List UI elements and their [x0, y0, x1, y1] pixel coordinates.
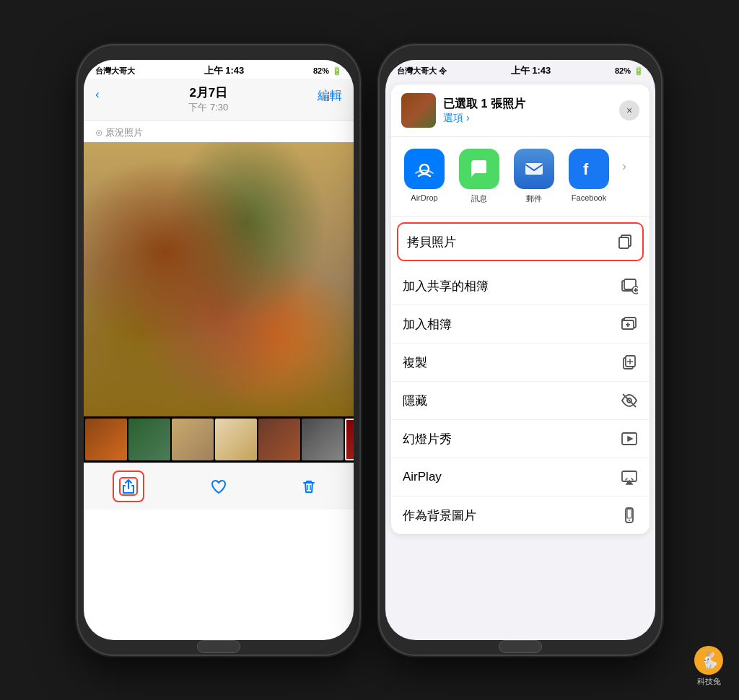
- messages-label: 訊息: [471, 193, 487, 204]
- action-wallpaper[interactable]: 作為背景圖片: [391, 496, 650, 534]
- add-album-icon: [621, 315, 638, 333]
- battery-pct-1: 82%: [313, 66, 329, 75]
- photo-time: 下午 7:30: [188, 101, 228, 114]
- slideshow-label: 幻燈片秀: [403, 431, 452, 447]
- phone-2: 台灣大哥大 令 上午 1:43 82% 🔋 已選取 1 張照片 選項 ›: [380, 45, 661, 655]
- action-shared-album[interactable]: 加入共享的相簿: [391, 267, 650, 305]
- thumb-3[interactable]: [172, 419, 214, 460]
- copy-photo-icon: [616, 233, 634, 250]
- time-1: 上午 1:43: [204, 64, 245, 77]
- thumb-6[interactable]: [302, 419, 344, 460]
- share-sheet: 已選取 1 張照片 選項 › ×: [391, 84, 650, 534]
- shared-album-label: 加入共享的相簿: [403, 278, 489, 294]
- action-hide[interactable]: 隱藏: [391, 382, 650, 420]
- svg-line-25: [623, 394, 636, 407]
- share-info: 已選取 1 張照片 選項 ›: [443, 97, 525, 125]
- scene: 台灣大哥大 上午 1:43 82% 🔋 ‹ 2月7日 下午 7:30 編輯 ⊙ …: [0, 0, 739, 700]
- share-close-button[interactable]: ×: [619, 100, 639, 121]
- shared-album-icon: [621, 277, 638, 294]
- share-app-mail[interactable]: 郵件: [512, 149, 556, 204]
- airplay-label: AirPlay: [403, 470, 442, 484]
- airdrop-label: AirDrop: [411, 193, 437, 202]
- battery-icon-2: 🔋: [634, 66, 644, 76]
- svg-text:f: f: [583, 160, 589, 178]
- airplay-icon: [621, 468, 638, 486]
- mail-icon: [514, 149, 554, 189]
- like-button[interactable]: [203, 471, 235, 502]
- svg-point-3: [420, 165, 429, 173]
- food-photo-sim: [84, 142, 354, 416]
- svg-marker-27: [628, 437, 632, 441]
- home-indicator-2: [499, 640, 542, 653]
- thumb-2[interactable]: [128, 419, 170, 460]
- action-copy-photo[interactable]: 拷貝照片: [397, 222, 644, 261]
- hide-label: 隱藏: [403, 393, 427, 409]
- share-apps-row: AirDrop 訊息: [391, 137, 650, 216]
- live-badge: ⊙ 原況照片: [84, 121, 354, 142]
- photo-toolbar: [84, 463, 354, 509]
- thumb-1[interactable]: [85, 419, 127, 460]
- battery-pct-2: 82%: [615, 66, 631, 75]
- carrier-2: 台灣大哥大 令: [397, 66, 447, 76]
- photo-header: ‹ 2月7日 下午 7:30 編輯: [84, 79, 354, 121]
- delete-button[interactable]: [293, 471, 325, 502]
- duplicate-icon: [621, 354, 638, 371]
- watermark-label: 科技兔: [697, 676, 721, 687]
- battery-icon-1: 🔋: [332, 66, 342, 76]
- slideshow-icon: [621, 430, 638, 447]
- more-apps-indicator: ›: [622, 149, 638, 174]
- share-title: 已選取 1 張照片: [443, 97, 525, 112]
- action-duplicate[interactable]: 複製: [391, 344, 650, 382]
- action-add-album[interactable]: 加入相簿: [391, 305, 650, 344]
- watermark-rabbit-icon: 🐇: [694, 646, 723, 675]
- close-icon: ×: [626, 105, 632, 116]
- svg-point-31: [629, 520, 630, 521]
- copy-photo-label: 拷貝照片: [407, 234, 456, 250]
- add-album-label: 加入相簿: [403, 316, 452, 333]
- home-indicator-1: [197, 640, 240, 653]
- share-app-messages[interactable]: 訊息: [458, 149, 501, 204]
- share-options-label: 選項 ›: [443, 112, 470, 125]
- svg-rect-4: [525, 163, 543, 175]
- mail-label: 郵件: [526, 193, 542, 204]
- svg-rect-9: [619, 237, 629, 248]
- airdrop-icon: [404, 149, 445, 189]
- svg-rect-30: [627, 509, 631, 518]
- watermark: 🐇 科技兔: [694, 646, 723, 687]
- phone-2-screen: 台灣大哥大 令 上午 1:43 82% 🔋 已選取 1 張照片 選項 ›: [385, 60, 655, 640]
- thumbnail-strip[interactable]: [84, 416, 354, 463]
- hide-icon: [621, 392, 638, 409]
- share-button[interactable]: [113, 471, 144, 502]
- share-app-facebook[interactable]: f Facebook: [567, 149, 611, 202]
- wallpaper-label: 作為背景圖片: [403, 507, 476, 524]
- share-app-airdrop[interactable]: AirDrop: [403, 149, 446, 202]
- status-bar-2: 台灣大哥大 令 上午 1:43 82% 🔋: [385, 60, 655, 79]
- share-options-link[interactable]: 選項 ›: [443, 112, 525, 125]
- photo-main: [84, 142, 354, 416]
- photo-image: [84, 142, 354, 416]
- thumb-7[interactable]: [345, 419, 354, 460]
- messages-icon: [459, 149, 499, 189]
- time-2: 上午 1:43: [511, 64, 551, 77]
- thumb-4[interactable]: [215, 419, 257, 460]
- duplicate-label: 複製: [403, 354, 427, 371]
- rabbit-emoji: 🐇: [699, 651, 719, 670]
- battery-2: 82% 🔋: [615, 66, 644, 76]
- battery-1: 82% 🔋: [313, 66, 342, 76]
- wallpaper-icon: [621, 507, 638, 524]
- share-photo-thumb: [401, 93, 436, 128]
- thumb-5[interactable]: [258, 419, 300, 460]
- back-button[interactable]: ‹: [95, 87, 100, 102]
- edit-button[interactable]: 編輯: [318, 87, 342, 104]
- share-sheet-header: 已選取 1 張照片 選項 › ×: [391, 84, 650, 137]
- status-bar-1: 台灣大哥大 上午 1:43 82% 🔋: [84, 60, 354, 79]
- share-actions-list: 拷貝照片 加入共享的相簿: [391, 222, 650, 534]
- action-slideshow[interactable]: 幻燈片秀: [391, 420, 650, 458]
- action-airplay[interactable]: AirPlay: [391, 458, 650, 496]
- carrier-1: 台灣大哥大: [95, 66, 135, 76]
- phone-1-screen: 台灣大哥大 上午 1:43 82% 🔋 ‹ 2月7日 下午 7:30 編輯 ⊙ …: [84, 60, 354, 640]
- facebook-icon: f: [569, 149, 609, 189]
- phone-1: 台灣大哥大 上午 1:43 82% 🔋 ‹ 2月7日 下午 7:30 編輯 ⊙ …: [78, 45, 359, 655]
- photo-date: 2月7日: [188, 84, 228, 101]
- photo-header-center: 2月7日 下午 7:30: [188, 84, 228, 114]
